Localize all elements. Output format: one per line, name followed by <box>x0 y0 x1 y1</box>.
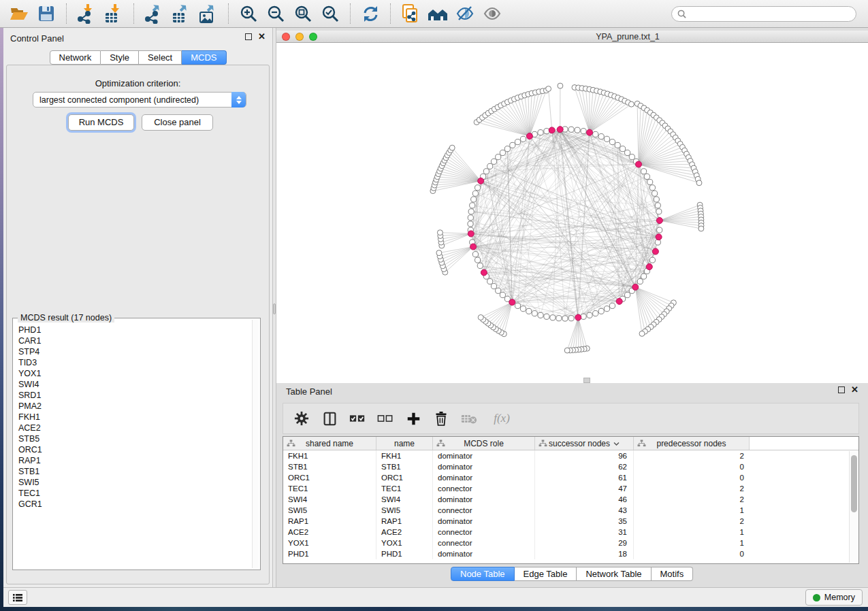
table-cell[interactable]: dominator <box>433 516 535 527</box>
mcds-result-item[interactable]: RAP1 <box>18 455 260 466</box>
leaf-node[interactable] <box>546 86 551 92</box>
graph-node[interactable] <box>587 312 592 318</box>
graph-node[interactable] <box>510 142 515 148</box>
graph-node[interactable] <box>468 215 473 220</box>
mcds-result-item[interactable]: STB5 <box>18 433 260 444</box>
zoom-selected-icon[interactable] <box>319 3 341 24</box>
graph-node[interactable] <box>649 185 655 191</box>
table-cell[interactable]: ACE2 <box>283 527 376 538</box>
table-row[interactable]: STB1STB1dominator620 <box>283 461 858 472</box>
table-scrollbar-thumb[interactable] <box>851 455 857 512</box>
table-cell[interactable]: 62 <box>535 461 634 472</box>
table-cell[interactable]: ORC1 <box>376 472 433 483</box>
table-cell[interactable]: SWI4 <box>376 494 433 505</box>
deselect-all-icon[interactable] <box>376 410 394 427</box>
mcds-result-item[interactable]: TID3 <box>18 357 260 368</box>
tab-edge-table[interactable]: Edge Table <box>515 567 577 581</box>
table-cell[interactable]: RAP1 <box>376 516 433 527</box>
table-row[interactable]: ACE2ACE2connector311 <box>283 527 858 538</box>
window-minimize-icon[interactable] <box>295 33 304 41</box>
graph-node[interactable] <box>598 134 604 139</box>
network-canvas[interactable] <box>276 43 868 383</box>
table-cell[interactable]: dominator <box>433 450 535 461</box>
graph-node[interactable] <box>581 129 586 134</box>
mcds-hub-node[interactable] <box>646 264 652 270</box>
table-cell[interactable]: SWI5 <box>283 505 376 516</box>
graph-node[interactable] <box>609 303 615 308</box>
mcds-hub-node[interactable] <box>481 269 487 276</box>
mcds-hub-node[interactable] <box>526 133 532 139</box>
network-graph[interactable] <box>276 43 868 383</box>
table-cell[interactable]: SWI5 <box>376 505 433 516</box>
node-table[interactable]: shared namenameMCDS rolesuccessor nodesp… <box>283 436 859 564</box>
leaf-node[interactable] <box>639 331 645 336</box>
search-input[interactable] <box>690 9 850 20</box>
mcds-result-item[interactable]: CAR1 <box>18 335 260 346</box>
table-cell[interactable]: RAP1 <box>283 516 376 527</box>
leaf-node[interactable] <box>696 180 702 186</box>
graph-node[interactable] <box>475 257 481 263</box>
table-cell[interactable]: connector <box>433 527 535 538</box>
table-cell[interactable]: STB1 <box>376 461 433 472</box>
table-cell[interactable]: 1 <box>634 538 750 548</box>
table-cell[interactable]: 96 <box>535 450 634 461</box>
float-table-panel-icon[interactable] <box>838 386 845 393</box>
mcds-result-item[interactable]: SRD1 <box>18 390 260 401</box>
mcds-hub-node[interactable] <box>575 314 581 320</box>
tab-mcds[interactable]: MCDS <box>182 50 226 65</box>
mcds-hub-node[interactable] <box>616 298 622 304</box>
fit-content-icon[interactable] <box>292 3 314 24</box>
table-cell[interactable]: 2 <box>634 516 750 527</box>
graph-node[interactable] <box>538 312 543 318</box>
graph-node[interactable] <box>496 288 501 293</box>
table-cell[interactable]: dominator <box>433 461 535 472</box>
mcds-result-item[interactable]: ACE2 <box>18 423 260 433</box>
table-settings-gear-icon[interactable] <box>293 410 310 427</box>
graph-node[interactable] <box>471 197 477 202</box>
graph-node[interactable] <box>641 169 647 174</box>
leaf-node[interactable] <box>436 250 442 256</box>
graph-node[interactable] <box>593 311 598 316</box>
graph-node[interactable] <box>538 130 543 135</box>
graph-node[interactable] <box>496 154 501 160</box>
graph-node[interactable] <box>526 308 532 314</box>
export-table-icon[interactable] <box>170 3 192 24</box>
mcds-hub-node[interactable] <box>636 161 642 167</box>
table-cell[interactable]: 47 <box>535 483 634 494</box>
graph-node[interactable] <box>641 274 647 279</box>
table-cell[interactable]: 43 <box>535 505 634 516</box>
tab-network-table[interactable]: Network Table <box>577 567 651 581</box>
column-header-name[interactable]: name <box>376 437 433 450</box>
mcds-result-item[interactable]: STB1 <box>18 466 260 477</box>
graph-node[interactable] <box>500 292 505 297</box>
mcds-result-item[interactable]: YOX1 <box>18 368 260 379</box>
table-cell[interactable]: 46 <box>535 494 634 505</box>
table-cell[interactable]: 0 <box>634 461 750 472</box>
table-row[interactable]: RAP1RAP1dominator352 <box>283 516 858 527</box>
table-scrollbar[interactable] <box>849 451 858 563</box>
graph-node[interactable] <box>483 169 489 174</box>
export-network-icon[interactable] <box>143 3 165 24</box>
graph-node[interactable] <box>637 279 643 284</box>
mcds-hub-node[interactable] <box>656 234 662 240</box>
open-session-icon[interactable] <box>8 3 30 24</box>
table-cell[interactable]: TEC1 <box>376 483 433 494</box>
window-close-icon[interactable] <box>282 33 290 41</box>
graph-node[interactable] <box>487 163 493 169</box>
table-cell[interactable]: FKH1 <box>283 450 376 461</box>
leaf-node[interactable] <box>437 230 443 235</box>
table-row[interactable]: YOX1YOX1connector291 <box>283 538 858 548</box>
tab-network[interactable]: Network <box>49 50 101 65</box>
column-header-shared-name[interactable]: shared name <box>283 437 376 450</box>
network-window-titlebar[interactable]: YPA_prune.txt_1 <box>276 31 868 43</box>
mcds-hub-node[interactable] <box>587 129 593 135</box>
graph-node[interactable] <box>581 314 586 319</box>
graph-node[interactable] <box>615 142 620 148</box>
graph-node[interactable] <box>468 221 473 227</box>
graph-node[interactable] <box>515 139 520 145</box>
table-cell[interactable]: TEC1 <box>283 483 376 494</box>
graph-node[interactable] <box>609 139 615 145</box>
table-cell[interactable]: STB1 <box>283 461 376 472</box>
table-row[interactable]: TEC1TEC1connector472 <box>283 483 858 494</box>
table-cell[interactable]: connector <box>433 505 535 516</box>
